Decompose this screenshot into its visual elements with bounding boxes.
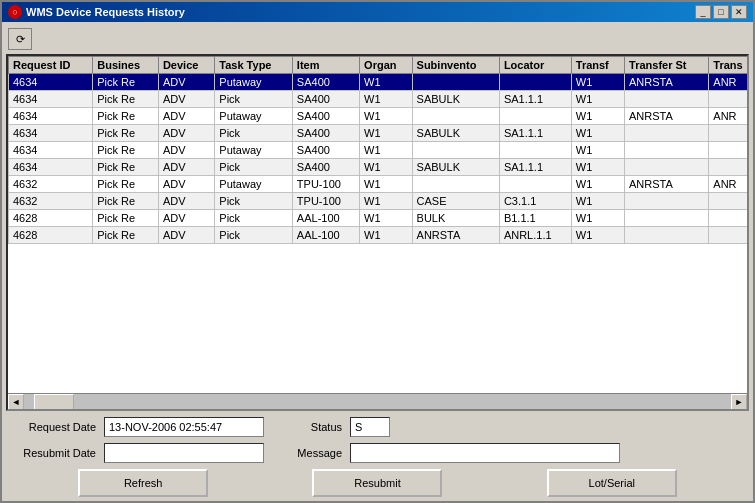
request-date-input[interactable] xyxy=(104,417,264,437)
col-transf: Transf xyxy=(571,57,624,74)
table-cell xyxy=(412,74,499,91)
status-label: Status xyxy=(292,421,342,433)
table-cell: ADV xyxy=(158,176,214,193)
table-cell xyxy=(499,74,571,91)
maximize-button[interactable]: □ xyxy=(713,5,729,19)
table-cell: ADV xyxy=(158,227,214,244)
window-title: WMS Device Requests History xyxy=(26,6,185,18)
minimize-button[interactable]: _ xyxy=(695,5,711,19)
resubmit-date-label: Resubmit Date xyxy=(6,447,96,459)
table-cell: ADV xyxy=(158,91,214,108)
table-cell: Putaway xyxy=(215,176,293,193)
resubmit-date-input[interactable] xyxy=(104,443,264,463)
table-cell xyxy=(709,125,747,142)
scroll-track[interactable] xyxy=(24,394,731,410)
resubmit-button[interactable]: Resubmit xyxy=(312,469,442,497)
table-wrapper[interactable]: Request ID Busines Device Task Type Item… xyxy=(8,56,747,393)
table-cell: W1 xyxy=(571,125,624,142)
table-cell: W1 xyxy=(571,74,624,91)
horizontal-scrollbar[interactable]: ◄ ► xyxy=(8,393,747,409)
table-cell xyxy=(709,91,747,108)
lot-serial-button[interactable]: Lot/Serial xyxy=(547,469,677,497)
table-cell: ADV xyxy=(158,210,214,227)
table-cell: SA1.1.1 xyxy=(499,125,571,142)
col-transfer-st: Transfer St xyxy=(625,57,709,74)
table-row[interactable]: 4634Pick ReADVPutawaySA400W1W1 xyxy=(9,142,748,159)
close-button[interactable]: ✕ xyxy=(731,5,747,19)
title-bar-left: ○ WMS Device Requests History xyxy=(8,5,185,19)
message-label: Message xyxy=(292,447,342,459)
table-cell: W1 xyxy=(360,74,412,91)
table-cell: W1 xyxy=(360,176,412,193)
table-row[interactable]: 4634Pick ReADVPickSA400W1SABULKSA1.1.1W1 xyxy=(9,91,748,108)
table-cell xyxy=(709,227,747,244)
table-cell: B1.1.1 xyxy=(499,210,571,227)
table-cell: ADV xyxy=(158,125,214,142)
table-cell: Putaway xyxy=(215,74,293,91)
col-subinvento: Subinvento xyxy=(412,57,499,74)
table-row[interactable]: 4634Pick ReADVPutawaySA400W1W1ANRSTAANR xyxy=(9,108,748,125)
table-cell: Pick Re xyxy=(93,176,159,193)
table-cell: ANR xyxy=(709,108,747,125)
table-cell xyxy=(625,210,709,227)
table-cell: CASE xyxy=(412,193,499,210)
table-cell: 4634 xyxy=(9,74,93,91)
table-cell: AAL-100 xyxy=(292,210,359,227)
table-cell: W1 xyxy=(571,176,624,193)
table-cell: SA400 xyxy=(292,159,359,176)
col-organ: Organ xyxy=(360,57,412,74)
table-cell: C3.1.1 xyxy=(499,193,571,210)
toolbar-refresh-button[interactable]: ⟳ xyxy=(8,28,32,50)
request-date-label: Request Date xyxy=(6,421,96,433)
table-row[interactable]: 4632Pick ReADVPickTPU-100W1CASEC3.1.1W1 xyxy=(9,193,748,210)
table-cell: 4634 xyxy=(9,125,93,142)
message-input[interactable] xyxy=(350,443,620,463)
table-cell xyxy=(499,142,571,159)
col-task-type: Task Type xyxy=(215,57,293,74)
form-row-2: Resubmit Date Message xyxy=(6,443,749,463)
scroll-left-arrow[interactable]: ◄ xyxy=(8,394,24,410)
status-input[interactable] xyxy=(350,417,390,437)
table-row[interactable]: 4628Pick ReADVPickAAL-100W1ANRSTAANRL.1.… xyxy=(9,227,748,244)
table-cell: 4634 xyxy=(9,159,93,176)
table-cell: SA400 xyxy=(292,74,359,91)
title-controls: _ □ ✕ xyxy=(695,5,747,19)
table-cell xyxy=(625,193,709,210)
table-cell: Putaway xyxy=(215,142,293,159)
table-cell: 4634 xyxy=(9,142,93,159)
table-cell xyxy=(625,91,709,108)
table-cell: Pick xyxy=(215,227,293,244)
table-cell: Pick Re xyxy=(93,142,159,159)
table-cell xyxy=(709,142,747,159)
table-cell: Pick Re xyxy=(93,227,159,244)
table-cell xyxy=(412,108,499,125)
content-area: ⟳ Request ID Busines Device Task Type It… xyxy=(2,22,753,501)
table-cell: W1 xyxy=(360,108,412,125)
table-cell: ANRSTA xyxy=(625,176,709,193)
table-row[interactable]: 4634Pick ReADVPutawaySA400W1W1ANRSTAANR xyxy=(9,74,748,91)
table-cell: W1 xyxy=(360,125,412,142)
table-row[interactable]: 4634Pick ReADVPickSA400W1SABULKSA1.1.1W1 xyxy=(9,159,748,176)
table-cell: W1 xyxy=(571,227,624,244)
table-cell xyxy=(412,176,499,193)
scroll-right-arrow[interactable]: ► xyxy=(731,394,747,410)
table-cell: 4632 xyxy=(9,176,93,193)
table-row[interactable]: 4628Pick ReADVPickAAL-100W1BULKB1.1.1W1 xyxy=(9,210,748,227)
table-row[interactable]: 4632Pick ReADVPutawayTPU-100W1W1ANRSTAAN… xyxy=(9,176,748,193)
scroll-thumb[interactable] xyxy=(34,394,74,410)
table-cell: SABULK xyxy=(412,125,499,142)
table-cell: SA400 xyxy=(292,125,359,142)
table-cell: 4628 xyxy=(9,227,93,244)
table-cell: ADV xyxy=(158,108,214,125)
table-header-row: Request ID Busines Device Task Type Item… xyxy=(9,57,748,74)
app-icon: ○ xyxy=(8,5,22,19)
refresh-button[interactable]: Refresh xyxy=(78,469,208,497)
table-cell: ADV xyxy=(158,142,214,159)
table-cell: Pick xyxy=(215,159,293,176)
table-cell: Pick Re xyxy=(93,74,159,91)
table-row[interactable]: 4634Pick ReADVPickSA400W1SABULKSA1.1.1W1 xyxy=(9,125,748,142)
col-item: Item xyxy=(292,57,359,74)
table-cell: ANRSTA xyxy=(625,108,709,125)
col-business: Busines xyxy=(93,57,159,74)
table-cell: W1 xyxy=(360,210,412,227)
